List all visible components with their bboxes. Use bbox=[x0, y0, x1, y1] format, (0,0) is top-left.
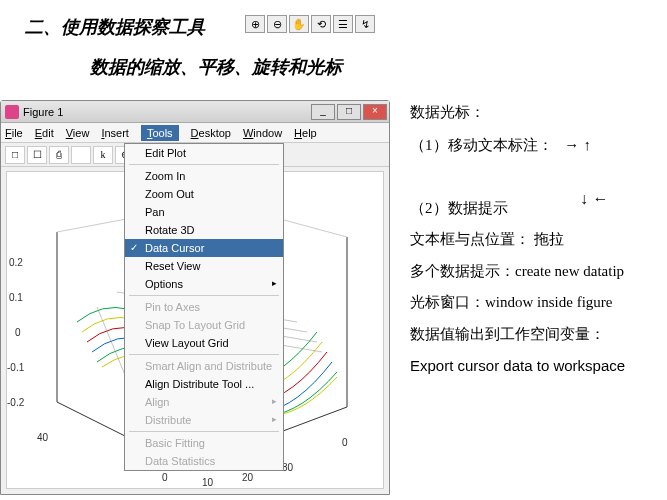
window-buttons: _ □ × bbox=[311, 104, 389, 120]
menu-data-cursor[interactable]: Data Cursor bbox=[125, 239, 283, 257]
matlab-icon bbox=[5, 105, 19, 119]
z-tick: -0.1 bbox=[7, 362, 24, 373]
side-text: 数据光标： （1）移动文本标注： → ↑ （2）数据提示 文本框与点位置： 拖拉… bbox=[410, 100, 655, 385]
x-tick: 40 bbox=[37, 432, 48, 443]
slide-subtitle: 数据的缩放、平移、旋转和光标 bbox=[90, 55, 342, 79]
rotate-icon: ⟲ bbox=[311, 15, 331, 33]
menu-file[interactable]: File bbox=[5, 127, 23, 139]
menu-pin-to-axes[interactable]: Pin to Axes bbox=[125, 298, 283, 316]
slide-title: 二、使用数据探察工具 bbox=[25, 15, 205, 39]
side-line-7: Export cursor data to workspace bbox=[410, 353, 655, 379]
new-button[interactable]: □ bbox=[5, 146, 25, 164]
menu-view[interactable]: View bbox=[66, 127, 90, 139]
figure-window: Figure 1 _ □ × File Edit View Insert Too… bbox=[0, 100, 390, 495]
arrows-right-up: → ↑ bbox=[564, 132, 591, 158]
menu-tools[interactable]: Tools bbox=[141, 125, 179, 141]
menu-options[interactable]: Options bbox=[125, 275, 283, 293]
print-button[interactable]: ⎙ bbox=[49, 146, 69, 164]
menu-basic-fitting[interactable]: Basic Fitting bbox=[125, 434, 283, 452]
titlebar[interactable]: Figure 1 _ □ × bbox=[1, 101, 389, 123]
sep bbox=[129, 354, 279, 355]
menu-data-stats[interactable]: Data Statistics bbox=[125, 452, 283, 470]
menu-zoom-in[interactable]: Zoom In bbox=[125, 167, 283, 185]
menu-smart-align[interactable]: Smart Align and Distribute bbox=[125, 357, 283, 375]
maximize-button[interactable]: □ bbox=[337, 104, 361, 120]
sep bbox=[129, 431, 279, 432]
side-line-1: （1）移动文本标注： → ↑ bbox=[410, 132, 655, 159]
z-tick: 0.1 bbox=[9, 292, 23, 303]
minimize-button[interactable]: _ bbox=[311, 104, 335, 120]
menu-edit-plot[interactable]: Edit Plot bbox=[125, 144, 283, 162]
z-tick: -0.2 bbox=[7, 397, 24, 408]
arrows-down-left: ↓ ← bbox=[580, 190, 608, 208]
zoom-out-icon: ⊖ bbox=[267, 15, 287, 33]
side-line-3: 文本框与点位置： 拖拉 bbox=[410, 227, 655, 253]
side-line-6: 数据值输出到工作空间变量： bbox=[410, 322, 655, 348]
menu-edit[interactable]: Edit bbox=[35, 127, 54, 139]
side-heading: 数据光标： bbox=[410, 100, 655, 126]
z-tick: 0 bbox=[15, 327, 21, 338]
divider bbox=[71, 146, 91, 164]
menubar: File Edit View Insert Tools Desktop Wind… bbox=[1, 123, 389, 143]
pointer-button[interactable]: k bbox=[93, 146, 113, 164]
menu-align[interactable]: Align bbox=[125, 393, 283, 411]
menu-icon: ☰ bbox=[333, 15, 353, 33]
menu-rotate-3d[interactable]: Rotate 3D bbox=[125, 221, 283, 239]
menu-insert[interactable]: Insert bbox=[101, 127, 129, 139]
side-line-5: 光标窗口：window inside figure bbox=[410, 290, 655, 316]
menu-pan[interactable]: Pan bbox=[125, 203, 283, 221]
menu-window[interactable]: Window bbox=[243, 127, 282, 139]
sep bbox=[129, 295, 279, 296]
close-button[interactable]: × bbox=[363, 104, 387, 120]
window-title: Figure 1 bbox=[23, 106, 63, 118]
cursor-icon: ↯ bbox=[355, 15, 375, 33]
menu-desktop[interactable]: Desktop bbox=[191, 127, 231, 139]
tools-dropdown: Edit Plot Zoom In Zoom Out Pan Rotate 3D… bbox=[124, 143, 284, 471]
x-tick: 10 bbox=[202, 477, 213, 488]
x-tick: 0 bbox=[342, 437, 348, 448]
x-tick: 20 bbox=[242, 472, 253, 483]
x-tick: 0 bbox=[162, 472, 168, 483]
menu-distribute[interactable]: Distribute bbox=[125, 411, 283, 429]
menu-align-tool[interactable]: Align Distribute Tool ... bbox=[125, 375, 283, 393]
menu-help[interactable]: Help bbox=[294, 127, 317, 139]
sep bbox=[129, 164, 279, 165]
menu-view-grid[interactable]: View Layout Grid bbox=[125, 334, 283, 352]
menu-snap-grid[interactable]: Snap To Layout Grid bbox=[125, 316, 283, 334]
menu-reset-view[interactable]: Reset View bbox=[125, 257, 283, 275]
side-line-4: 多个数据提示：create new datatip bbox=[410, 259, 655, 285]
pan-icon: ✋ bbox=[289, 15, 309, 33]
z-tick: 0.2 bbox=[9, 257, 23, 268]
open-button[interactable]: ☐ bbox=[27, 146, 47, 164]
zoom-in-icon: ⊕ bbox=[245, 15, 265, 33]
menu-zoom-out[interactable]: Zoom Out bbox=[125, 185, 283, 203]
title-icons: ⊕ ⊖ ✋ ⟲ ☰ ↯ bbox=[245, 15, 375, 33]
side-line-2: （2）数据提示 bbox=[410, 196, 655, 222]
